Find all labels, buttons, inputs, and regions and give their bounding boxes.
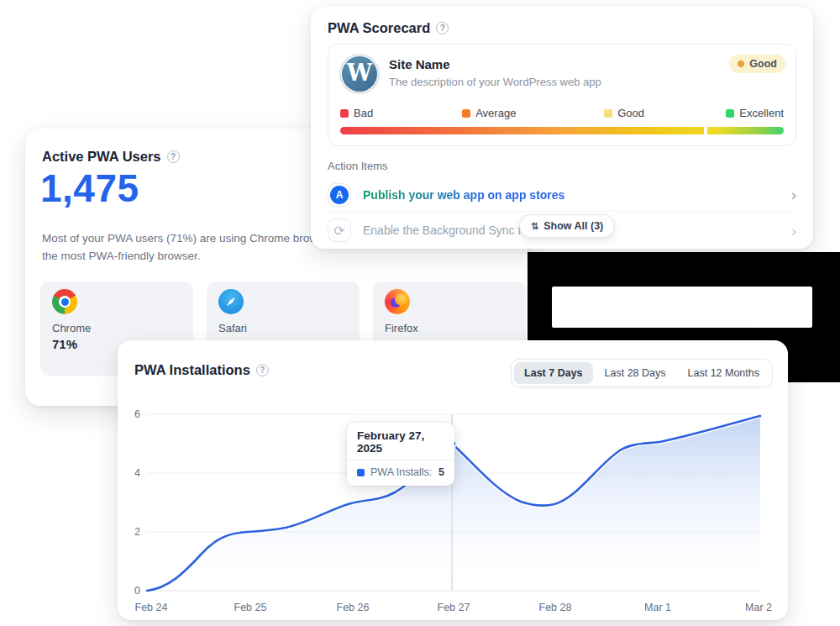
dashboard-canvas: Active PWA Users ? 1,475 Most of your PW… — [0, 0, 840, 626]
status-badge: Good — [729, 55, 785, 73]
site-description: The description of your WordPress web ap… — [389, 76, 601, 88]
action-item-label: Enable the Background Sync feat — [363, 224, 538, 237]
wordpress-letter: W — [347, 60, 372, 86]
legend-label: Average — [475, 107, 516, 119]
help-icon[interactable]: ? — [436, 22, 449, 34]
series-swatch-icon — [357, 469, 365, 476]
active-users-title-text: Active PWA Users — [42, 149, 161, 165]
legend-swatch-bad — [340, 109, 349, 118]
legend-swatch-excellent — [726, 109, 734, 118]
svg-text:Feb 26: Feb 26 — [337, 602, 370, 613]
x-axis-labels: Feb 24 Feb 25 Feb 26 Feb 27 Feb 28 Mar 1… — [135, 602, 772, 613]
action-item-publish[interactable]: A Publish your web app on app stores › — [328, 178, 796, 212]
svg-text:6: 6 — [134, 408, 140, 420]
legend-item-excellent: Excellent — [726, 107, 784, 119]
svg-text:4: 4 — [134, 467, 140, 479]
svg-text:0: 0 — [134, 585, 140, 597]
site-profile-box: W Site Name The description of your Word… — [328, 44, 796, 146]
site-name: Site Name — [389, 57, 450, 71]
browser-name: Chrome — [52, 322, 181, 334]
active-users-title: Active PWA Users ? — [42, 149, 180, 165]
score-gradient-bar — [340, 127, 784, 134]
tooltip-date: February 27, 2025 — [347, 423, 454, 460]
legend-label: Excellent — [739, 107, 784, 119]
active-users-description: Most of your PWA users (71%) are using C… — [42, 229, 323, 265]
tooltip-series-label: PWA Installs: — [370, 466, 432, 478]
y-axis-labels: 6 4 2 0 — [134, 408, 140, 597]
scorecard-title: PWA Scorecard ? — [328, 20, 449, 36]
svg-text:Feb 25: Feb 25 — [234, 602, 267, 613]
action-items-label: Action Items — [328, 160, 388, 172]
svg-text:Feb 27: Feb 27 — [438, 602, 470, 613]
firefox-icon — [385, 289, 410, 314]
legend-swatch-good — [604, 109, 612, 118]
app-store-glyph: A — [330, 186, 349, 204]
svg-text:Feb 24: Feb 24 — [135, 602, 168, 613]
tooltip-value: 5 — [438, 466, 444, 478]
svg-text:Mar 1: Mar 1 — [644, 602, 671, 613]
app-store-icon: A — [328, 183, 351, 207]
show-all-button[interactable]: ⇅ Show All (3) — [519, 214, 615, 238]
legend-label: Bad — [354, 107, 373, 119]
legend-label: Good — [617, 107, 644, 119]
legend-item-good: Good — [604, 107, 644, 119]
pwa-installations-card: PWA Installations ? Last 7 Days Last 28 … — [118, 340, 788, 620]
expand-updown-icon: ⇅ — [531, 221, 538, 232]
wordpress-logo-icon: W — [340, 55, 379, 93]
badge-dot-icon — [738, 60, 744, 67]
svg-text:Feb 28: Feb 28 — [539, 602, 572, 613]
svg-text:2: 2 — [134, 526, 140, 538]
chrome-icon — [52, 289, 77, 314]
legend-item-bad: Bad — [340, 107, 373, 119]
scorecard-title-text: PWA Scorecard — [328, 20, 430, 36]
sync-glyph: ⟳ — [333, 223, 344, 239]
active-users-count: 1,475 — [40, 166, 139, 211]
svg-text:Mar 2: Mar 2 — [745, 602, 772, 613]
action-item-label: Publish your web app on app stores — [363, 188, 564, 202]
help-icon[interactable]: ? — [167, 150, 180, 163]
tooltip-row: PWA Installs: 5 — [347, 460, 454, 486]
description-line-1: Most of your PWA users (71%) are using C… — [42, 232, 323, 245]
chevron-right-icon[interactable]: › — [791, 187, 796, 203]
browser-name: Safari — [218, 322, 348, 334]
pwa-scorecard-card: PWA Scorecard ? W Site Name The descript… — [311, 7, 813, 249]
score-legend: Bad Average Good Excellent — [340, 107, 784, 120]
legend-swatch-average — [462, 109, 470, 118]
chevron-right-icon[interactable]: › — [791, 223, 796, 239]
description-line-2: the most PWA-friendly browser. — [42, 250, 201, 262]
legend-item-average: Average — [462, 107, 516, 119]
sync-icon: ⟳ — [328, 218, 351, 242]
browser-name: Firefox — [385, 322, 514, 334]
safari-icon — [218, 289, 244, 314]
chart-tooltip: February 27, 2025 PWA Installs: 5 — [347, 423, 454, 486]
badge-label: Good — [749, 58, 777, 70]
background-artifact-inner — [552, 287, 812, 328]
score-marker — [704, 124, 707, 137]
show-all-label: Show All (3) — [543, 220, 603, 232]
